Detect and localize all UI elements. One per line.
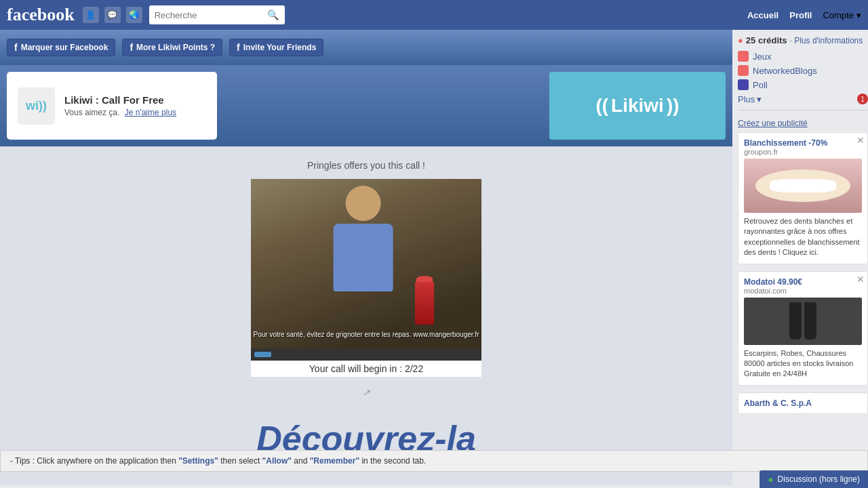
ad-image-2 [744, 298, 862, 345]
compte-dropdown[interactable]: Compte ▾ [823, 10, 861, 20]
ad-domain-2: modatoi.com [744, 287, 862, 295]
discussion-label: Discussion (hors ligne) [778, 474, 860, 484]
networkedblogs-icon [738, 65, 749, 76]
right-sidebar: ● 25 crédits · Plus d'informations Jeux … [732, 30, 868, 485]
ad-box-abarth: Abarth & C. S.p.A [738, 392, 868, 414]
app-title: Likiwi : Call For Free [64, 94, 176, 106]
video-thumbnail: Pour votre santé, évitez de grignoter en… [251, 179, 481, 348]
unlike-link[interactable]: Je n'aime plus [125, 108, 176, 117]
remember-link[interactable]: "Remember" [310, 456, 359, 466]
ad-box-modatoi: ✕ Modatoi 49.90€ modatoi.com Escarpins, … [738, 271, 868, 386]
app-subtitle: Vous aimez ça. Je n'aime plus [64, 108, 176, 117]
create-ad-link[interactable]: Créez une publicité [738, 119, 868, 128]
likiwi-text: Likiwi [611, 95, 664, 117]
search-button[interactable]: 🔍 [264, 9, 281, 20]
likiwi-logo-big-area: (( Likiwi )) [549, 72, 726, 140]
jeux-icon [738, 51, 749, 62]
sidebar-credits: ● 25 crédits · Plus d'informations [738, 35, 868, 45]
ad-close-button-1[interactable]: ✕ [856, 136, 865, 145]
sidebar-item-networkedblogs[interactable]: NetworkedBlogs [738, 65, 868, 76]
fb-icon: f [14, 42, 18, 53]
app-card-logo: wi)) [18, 87, 55, 125]
ad-image-1 [744, 159, 862, 213]
video-container[interactable]: Pour votre santé, évitez de grignoter en… [251, 179, 481, 377]
ad-title-3[interactable]: Abarth & C. S.p.A [744, 399, 862, 408]
accueil-link[interactable]: Accueil [747, 10, 778, 20]
top-navigation: facebook 👤 💬 🌏 🔍 Accueil Profil Compte ▾ [0, 0, 868, 30]
compte-label: Compte [823, 10, 854, 20]
cursor-indicator: ↗ [362, 387, 370, 398]
friends-icon[interactable]: 👤 [83, 7, 99, 23]
app-card: wi)) Likiwi : Call For Free Vous aimez ç… [7, 72, 217, 140]
likiwi-big-logo: (( Likiwi )) [595, 95, 679, 117]
chevron-down-icon: ▾ [856, 10, 861, 20]
wave-icon: (( [595, 95, 608, 117]
credits-icon: ● [738, 35, 743, 45]
invite-friends-button[interactable]: f Invite Your Friends [229, 39, 323, 56]
right-nav: Accueil Profil Compte ▾ [747, 10, 861, 20]
sidebar-item-poll[interactable]: Poll [738, 79, 868, 90]
fb-icon2: f [130, 42, 133, 53]
ad-title-1[interactable]: Blanchissement -70% [744, 138, 862, 148]
main-container: f Marquer sur Facebook f More Likiwi Poi… [0, 30, 868, 485]
search-input[interactable] [149, 10, 264, 20]
discussion-bar[interactable]: ● Discussion (hors ligne) [760, 470, 868, 485]
discussion-status-icon: ● [768, 474, 773, 485]
video-subtitle-text: Pour votre santé, évitez de grignoter en… [254, 331, 479, 338]
fb-icon3: f [237, 42, 240, 53]
ad-desc-2: Escarpins, Robes, Chaussures 80000 artic… [744, 348, 862, 380]
credits-count: 25 crédits [746, 35, 787, 45]
ad-desc-1: Retrouvez des dents blanches et rayonnan… [744, 216, 862, 258]
ad-title-2[interactable]: Modatoi 49.90€ [744, 277, 862, 287]
poll-label: Poll [753, 80, 768, 90]
pringles-offer-text: Pringles offers you this call ! [27, 160, 705, 171]
chevron-down-icon2: ▾ [757, 94, 762, 104]
progress-fill [254, 352, 271, 357]
tips-text: - Tips : Click anywhere on the applicati… [10, 456, 178, 466]
networkedblogs-label: NetworkedBlogs [753, 66, 817, 76]
notifications-icon[interactable]: 🌏 [126, 7, 142, 23]
more-likiwi-points-button[interactable]: f More Likiwi Points ? [122, 39, 222, 56]
messages-icon[interactable]: 💬 [104, 7, 121, 23]
call-begin-text: Your call will begin in : 2/22 [251, 361, 481, 377]
action-buttons-bar: f Marquer sur Facebook f More Likiwi Poi… [0, 30, 732, 65]
jeux-label: Jeux [753, 52, 771, 62]
settings-link[interactable]: "Settings" [178, 456, 218, 466]
tips-bar: - Tips : Click anywhere on the applicati… [0, 450, 868, 472]
content-area: Pringles offers you this call ! Pour vot… [0, 146, 732, 485]
app-card-area: wi)) Likiwi : Call For Free Vous aimez ç… [0, 65, 732, 146]
marquer-facebook-button[interactable]: f Marquer sur Facebook [7, 39, 115, 56]
nav-icons-group: 👤 💬 🌏 [83, 7, 142, 23]
sidebar-item-jeux[interactable]: Jeux [738, 51, 868, 62]
ad-box-blanchissement: ✕ Blanchissement -70% groupon.fr Retrouv… [738, 132, 868, 264]
profil-link[interactable]: Profil [789, 10, 812, 20]
poll-icon [738, 79, 749, 90]
video-progress-bar [251, 348, 481, 361]
plus-label: Plus [738, 94, 755, 104]
app-card-info: Likiwi : Call For Free Vous aimez ça. Je… [64, 94, 176, 117]
facebook-logo: facebook [7, 5, 75, 25]
notification-badge: 1 [857, 94, 868, 104]
search-bar: 🔍 [149, 5, 285, 24]
allow-link[interactable]: "Allow" [262, 456, 292, 466]
credits-info-link[interactable]: · Plus d'informations [790, 36, 863, 45]
likiwi-small-logo: wi)) [26, 99, 47, 113]
center-column: f Marquer sur Facebook f More Likiwi Poi… [0, 30, 732, 485]
ad-domain-1: groupon.fr [744, 148, 862, 156]
ad-close-button-2[interactable]: ✕ [856, 274, 865, 284]
wave-icon2: )) [667, 95, 679, 117]
plus-dropdown[interactable]: Plus ▾ [738, 94, 762, 104]
